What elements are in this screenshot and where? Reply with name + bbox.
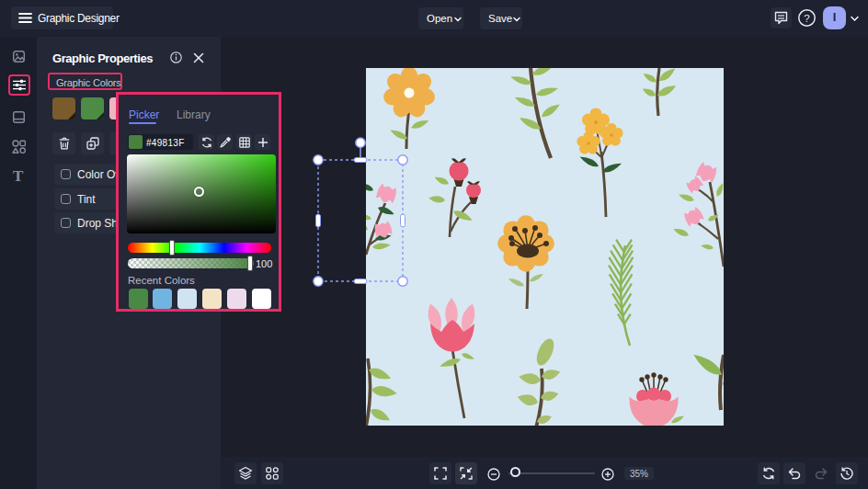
svg-text:?: ? bbox=[804, 13, 809, 24]
